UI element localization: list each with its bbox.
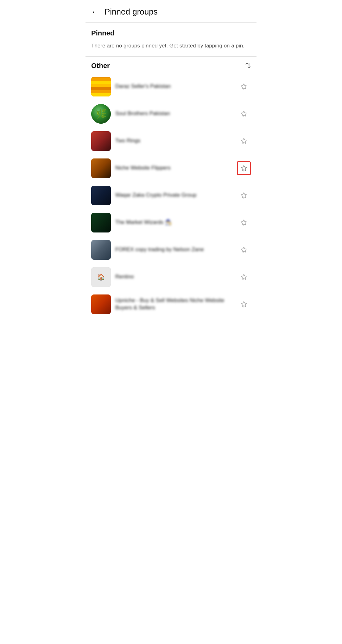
group-name: Daraz Seller's Pakistan: [115, 83, 237, 90]
group-name: Upniche - Buy & Sell Websites Niche Webs…: [115, 297, 237, 311]
other-section: Other ⇅ Daraz Seller's Pakistan 🌿Soul Br…: [86, 57, 256, 318]
group-avatar: 🌿: [91, 104, 111, 124]
group-item: FOREX copy trading by Nelson Zane: [91, 236, 251, 263]
group-avatar: [91, 186, 111, 205]
back-button[interactable]: ←: [91, 7, 99, 17]
page-title: Pinned groups: [104, 7, 158, 17]
group-list: Daraz Seller's Pakistan 🌿Soul Brothers P…: [91, 73, 251, 318]
pin-button[interactable]: [237, 189, 251, 202]
group-avatar: [91, 131, 111, 151]
pin-button[interactable]: [237, 243, 251, 257]
group-avatar: [91, 240, 111, 260]
other-section-title: Other: [91, 62, 110, 70]
group-name: The Market Wizards 🧙‍♂️: [115, 219, 237, 226]
group-name: Waqar Zaka Crypto Private Group: [115, 192, 237, 199]
pin-button[interactable]: [237, 107, 251, 121]
group-avatar: [91, 77, 111, 96]
group-name: FOREX copy trading by Nelson Zane: [115, 246, 237, 253]
sort-icon[interactable]: ⇅: [245, 62, 251, 70]
group-item: Niche Website Flippers: [91, 155, 251, 182]
group-avatar: [91, 213, 111, 232]
group-name: Soul Brothers Pakistan: [115, 110, 237, 117]
pin-button[interactable]: [237, 270, 251, 284]
group-item: 🏠Rentino: [91, 263, 251, 291]
pinned-empty-message: There are no groups pinned yet. Get star…: [91, 42, 251, 50]
group-name: Niche Website Flippers: [115, 164, 237, 171]
pin-button[interactable]: [237, 297, 251, 311]
group-item: 🌿Soul Brothers Pakistan: [91, 100, 251, 127]
group-item: Daraz Seller's Pakistan: [91, 73, 251, 100]
pinned-section: Pinned There are no groups pinned yet. G…: [86, 23, 256, 50]
pinned-section-title: Pinned: [91, 29, 251, 37]
pin-button[interactable]: [237, 134, 251, 148]
pin-button[interactable]: [237, 80, 251, 94]
group-avatar: [91, 158, 111, 178]
group-name: Rentino: [115, 273, 237, 280]
group-item: The Market Wizards 🧙‍♂️: [91, 209, 251, 236]
page-header: ← Pinned groups: [86, 0, 256, 23]
pin-button[interactable]: [237, 161, 251, 175]
group-avatar: [91, 294, 111, 314]
group-avatar: 🏠: [91, 267, 111, 287]
group-item: Upniche - Buy & Sell Websites Niche Webs…: [91, 291, 251, 318]
other-section-header: Other ⇅: [91, 62, 251, 70]
pin-button[interactable]: [237, 216, 251, 230]
group-item: Two Rings: [91, 127, 251, 155]
group-name: Two Rings: [115, 137, 237, 144]
group-item: Waqar Zaka Crypto Private Group: [91, 182, 251, 209]
